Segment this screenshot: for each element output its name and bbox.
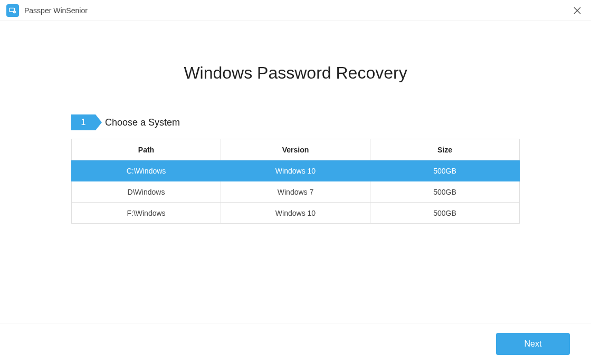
page-title: Windows Password Recovery [0, 63, 591, 83]
col-header-path: Path [72, 139, 221, 160]
app-title: Passper WinSenior [24, 6, 88, 15]
col-header-size: Size [370, 139, 520, 160]
table-row[interactable]: C:\WindowsWindows 10500GB [72, 160, 520, 181]
col-header-version: Version [221, 139, 370, 160]
step-header: 1 Choose a System [71, 114, 520, 130]
table-row[interactable]: F:\WindowsWindows 10500GB [72, 203, 520, 224]
next-button[interactable]: Next [496, 333, 570, 355]
cell-version: Windows 7 [221, 181, 370, 203]
content-area: 1 Choose a System Path Version Size C:\W… [71, 114, 520, 224]
table-row[interactable]: D\WindowsWindows 7500GB [72, 181, 520, 203]
cell-path: F:\Windows [72, 203, 221, 224]
cell-size: 500GB [370, 181, 520, 203]
cell-path: C:\Windows [72, 160, 221, 181]
step-label: Choose a System [105, 117, 180, 128]
cell-version: Windows 10 [221, 203, 370, 224]
titlebar: Passper WinSenior [0, 0, 591, 21]
table-header-row: Path Version Size [72, 139, 520, 160]
close-icon [574, 7, 581, 14]
close-button[interactable] [571, 4, 584, 17]
footer: Next [0, 323, 591, 364]
cell-size: 500GB [370, 203, 520, 224]
cell-path: D\Windows [72, 181, 221, 203]
cell-version: Windows 10 [221, 160, 370, 181]
main-content: Windows Password Recovery 1 Choose a Sys… [0, 21, 591, 224]
cell-size: 500GB [370, 160, 520, 181]
app-icon [6, 4, 19, 17]
step-number-badge: 1 [71, 114, 96, 130]
systems-table: Path Version Size C:\WindowsWindows 1050… [71, 139, 520, 224]
